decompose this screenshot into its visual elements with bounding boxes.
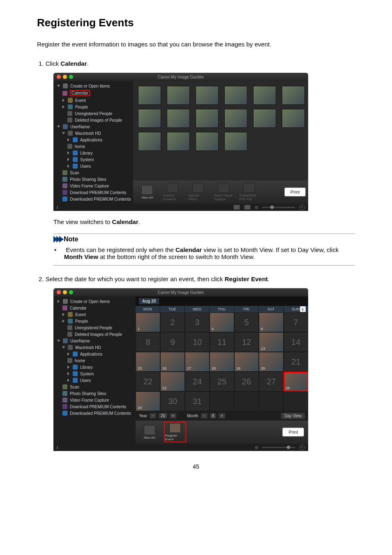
calendar-day-28-selected[interactable]: 28: [284, 372, 308, 391]
sidebar-item-username[interactable]: UserName: [53, 123, 133, 130]
sidebar-item-calendar[interactable]: Calendar: [53, 305, 136, 311]
calendar-day-18[interactable]: 18: [210, 352, 234, 372]
image-thumb[interactable]: [167, 132, 190, 151]
sidebar-item-users[interactable]: Users: [53, 377, 136, 384]
calendar-day-30[interactable]: 30: [160, 391, 185, 411]
calendar-day-5[interactable]: 5: [234, 312, 259, 332]
calendar-day-27[interactable]: 27: [259, 372, 284, 391]
sidebar-item-people[interactable]: People: [53, 318, 136, 324]
sidebar-item-machd[interactable]: Macintosh HD: [53, 130, 133, 136]
info-badge[interactable]: i: [300, 306, 306, 312]
calendar-day-14[interactable]: 14: [284, 332, 308, 352]
sidebar-item-username[interactable]: UserName: [53, 338, 136, 344]
sidebar-item-dldprem[interactable]: Downloaded PREMIUM Contents: [53, 196, 133, 202]
calendar-day-24[interactable]: 24: [185, 372, 210, 391]
calendar-day-29[interactable]: 29: [136, 391, 160, 411]
calendar-day-11[interactable]: 11: [210, 332, 234, 352]
print-button[interactable]: Print: [284, 187, 306, 197]
sidebar-item-unregistered[interactable]: Unregistered People: [53, 324, 136, 331]
year-prev-button[interactable]: −: [150, 413, 156, 419]
sidebar-item-event[interactable]: Event: [53, 311, 136, 318]
calendar-day-4[interactable]: 4: [210, 312, 234, 332]
pdf-button[interactable]: Create/Edit PDF File: [239, 183, 259, 201]
calendar-day-10[interactable]: 10: [185, 332, 210, 352]
sidebar-item-vfc[interactable]: Video Frame Capture: [53, 397, 136, 403]
calendar-day-23[interactable]: 23: [160, 372, 185, 391]
traffic-light-close[interactable]: [57, 290, 61, 294]
special-filters-button[interactable]: Special Filters: [188, 183, 208, 201]
calendar-day-26[interactable]: 26: [234, 372, 259, 391]
image-thumb[interactable]: [138, 86, 161, 105]
sidebar-item-dldprem[interactable]: Downloaded PREMIUM Contents: [53, 410, 136, 416]
info-icon[interactable]: i: [57, 205, 58, 210]
calendar-day-3[interactable]: 3: [185, 312, 210, 332]
calendar-day-13[interactable]: 13: [259, 332, 284, 352]
calendar-day-20[interactable]: 20: [259, 352, 284, 372]
sidebar-item-deleted-people[interactable]: Deleted Images of People: [53, 331, 136, 338]
calendar-day-7[interactable]: 7: [284, 312, 308, 332]
sidebar-item-scan[interactable]: Scan: [53, 384, 136, 390]
traffic-light-minimize[interactable]: [63, 75, 67, 79]
image-thumb[interactable]: [196, 109, 219, 128]
image-thumb[interactable]: [138, 132, 161, 151]
calendar-day-6[interactable]: 6: [259, 312, 284, 332]
print-button[interactable]: Print: [282, 428, 304, 437]
sidebar-item-photoshare[interactable]: Photo Sharing Sites: [53, 390, 136, 397]
image-thumb[interactable]: [167, 86, 190, 105]
calendar-day-15[interactable]: 15: [136, 352, 160, 372]
image-thumb[interactable]: [224, 86, 247, 105]
month-prev-button[interactable]: −: [201, 413, 208, 419]
sidebar-item-create[interactable]: Create or Open Items: [53, 298, 136, 305]
month-next-button[interactable]: +: [219, 413, 225, 419]
zoom-minus-icon[interactable]: ⊖: [255, 445, 258, 450]
calendar-day-1[interactable]: 1: [136, 312, 160, 332]
sidebar-item-machd[interactable]: Macintosh HD: [53, 344, 136, 351]
calendar-day-9[interactable]: 9: [160, 332, 185, 352]
calendar-day-17[interactable]: 17: [185, 352, 210, 372]
sidebar-item-event[interactable]: Event: [53, 97, 133, 104]
zoom-plus-icon[interactable]: +: [299, 444, 305, 450]
image-thumb[interactable]: [224, 132, 247, 151]
calendar-day-21[interactable]: 21: [284, 352, 308, 372]
image-thumb[interactable]: [138, 109, 161, 128]
image-thumb[interactable]: [167, 109, 190, 128]
view-mode-icon[interactable]: [244, 205, 251, 210]
sidebar-item-dlprem[interactable]: Download PREMIUM Contents: [53, 403, 136, 410]
sidebar-item-library[interactable]: Library: [53, 150, 133, 156]
new-art-button[interactable]: New Art: [137, 185, 157, 199]
sidebar-item-scan[interactable]: Scan: [53, 169, 133, 176]
calendar-day-31[interactable]: 31: [185, 391, 210, 411]
sidebar-item-home[interactable]: home: [53, 143, 133, 150]
day-view-button[interactable]: Day View: [281, 413, 305, 419]
view-mode-icon[interactable]: [233, 205, 240, 210]
zoom-slider[interactable]: [262, 207, 295, 208]
sidebar-item-deleted-people[interactable]: Deleted Images of People: [53, 117, 133, 123]
zoom-minus-icon[interactable]: ⊖: [255, 205, 258, 210]
calendar-day-2[interactable]: 2: [160, 312, 185, 332]
zoom-slider[interactable]: [262, 447, 295, 448]
calendar-day-22[interactable]: 22: [136, 372, 160, 391]
traffic-light-minimize[interactable]: [63, 290, 67, 294]
zoom-plus-icon[interactable]: +: [299, 204, 305, 210]
image-thumb[interactable]: [224, 109, 247, 128]
sidebar-item-unregistered[interactable]: Unregistered People: [53, 110, 133, 117]
register-event-button[interactable]: Register Event: [165, 423, 185, 441]
correct-enhance-button[interactable]: Correct/ Enhance: [163, 183, 182, 201]
info-icon[interactable]: i: [57, 445, 58, 450]
image-thumb[interactable]: [253, 109, 276, 128]
sidebar-item-apps[interactable]: Applications: [53, 136, 133, 143]
year-next-button[interactable]: +: [170, 413, 176, 419]
sidebar-item-users[interactable]: Users: [53, 163, 133, 169]
sidebar-item-dlprem[interactable]: Download PREMIUM Contents: [53, 189, 133, 196]
sidebar-item-apps[interactable]: Applications: [53, 351, 136, 357]
sidebar-item-home[interactable]: home: [53, 357, 136, 364]
zoom-slider-knob[interactable]: [287, 446, 290, 449]
calendar-day-12[interactable]: 12: [234, 332, 259, 352]
zoom-slider-knob[interactable]: [270, 206, 274, 209]
traffic-light-zoom[interactable]: [69, 75, 73, 79]
sidebar-item-library[interactable]: Library: [53, 364, 136, 370]
image-thumb[interactable]: [253, 86, 276, 105]
traffic-light-close[interactable]: [57, 75, 61, 79]
calendar-day-25[interactable]: 25: [210, 372, 234, 391]
calendar-day-8[interactable]: 8: [136, 332, 160, 352]
